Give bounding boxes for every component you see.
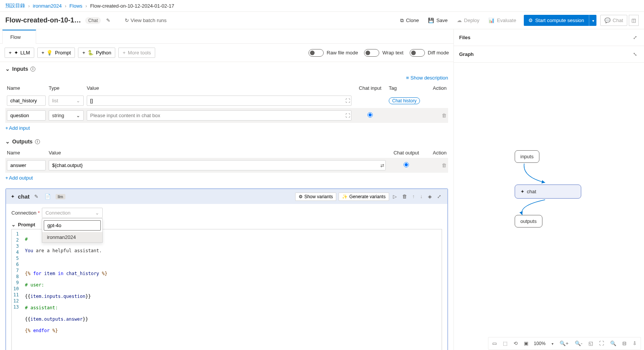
copy-node-button[interactable]: 📄 [43, 192, 52, 201]
graph-node-inputs[interactable]: inputs [515, 150, 539, 163]
download-icon[interactable]: ⇩ [630, 339, 639, 348]
zoom-dropdown[interactable] [549, 339, 556, 348]
locate-button[interactable]: ◈ [426, 192, 433, 201]
collapse-graph-button[interactable]: ⤡ [631, 50, 639, 59]
graph-node-outputs[interactable]: outputs [515, 215, 542, 228]
compute-dropdown-button[interactable] [589, 15, 596, 26]
breadcrumb-workspace[interactable]: ironman2024 [33, 3, 62, 9]
llm-icon: ✦ [14, 50, 18, 56]
play-button[interactable]: ▷ [391, 192, 398, 201]
breadcrumb-root[interactable]: 預設目錄 [5, 2, 25, 9]
breadcrumb-separator: › [65, 3, 66, 9]
move-down-button[interactable]: ↓ [418, 192, 424, 201]
graph-header: Graph ⤡ [454, 46, 644, 63]
outputs-table: Name Value Chat output Action ⇄ 🗑 [5, 148, 448, 173]
info-icon[interactable]: i [30, 67, 35, 72]
input-name-field[interactable] [7, 110, 46, 121]
add-llm-button[interactable]: + ✦ LLM [5, 48, 34, 58]
python-icon: 🐍 [87, 50, 94, 56]
deploy-button[interactable]: ☁Deploy [453, 15, 483, 25]
orientation-icon[interactable]: ⟲ [511, 339, 520, 348]
compute-icon: ⚙ [528, 18, 533, 23]
breadcrumb-separator: › [86, 3, 87, 9]
add-prompt-button[interactable]: + 💡 Prompt [37, 48, 75, 58]
edit-title-button[interactable]: ✎ [105, 16, 112, 25]
start-compute-button[interactable]: ⚙Start compute session [524, 15, 589, 26]
filter-icon[interactable]: ⇄ [380, 163, 384, 168]
history-icon: ↻ [125, 18, 129, 23]
llm-tag: llm [56, 194, 65, 199]
panel-toggle-button[interactable]: ◫ [629, 15, 639, 26]
wrap-text-toggle[interactable] [364, 49, 379, 57]
graph-node-chat[interactable]: ✦chat [515, 185, 581, 199]
chat-output-radio[interactable] [404, 162, 409, 167]
input-type-select[interactable]: string ⌄ [49, 110, 84, 121]
expand-icon[interactable]: ⛶ [345, 113, 350, 118]
tree-icon[interactable]: ⊟ [620, 339, 629, 348]
expand-button[interactable]: ⤢ [436, 192, 443, 201]
header-left: Flow-created-on-10-12-202... Chat ✎ ↻ Vi… [5, 16, 168, 25]
connection-label: Connection * [11, 210, 40, 216]
chat-node-header: ✦ chat ✎ 📄 llm ⚙Show variants ✨Generate … [6, 189, 447, 204]
delete-icon[interactable]: 🗑 [442, 162, 447, 168]
list-icon: ≡ [406, 75, 409, 81]
outputs-header[interactable]: ⌄ Outputs i [5, 138, 448, 145]
zoom-in-icon[interactable]: 🔍+ [557, 339, 571, 348]
diff-mode-toggle[interactable] [410, 49, 425, 57]
delete-node-button[interactable]: 🗑 [401, 192, 409, 201]
zoom-out-icon[interactable]: 🔍- [572, 339, 585, 348]
input-value-field[interactable] [87, 110, 351, 121]
edit-node-button[interactable]: ✎ [33, 192, 40, 201]
output-value-field[interactable] [49, 160, 386, 170]
inputs-table: Name Type Value Chat input Tag Action li… [5, 83, 448, 123]
add-output-link[interactable]: + Add output [5, 175, 33, 181]
expand-icon[interactable]: ⛶ [345, 98, 350, 103]
clone-icon: ⧉ [400, 18, 404, 24]
fullscreen-icon[interactable]: ⛶ [597, 339, 606, 348]
input-value-field[interactable] [87, 95, 351, 106]
col-action: Action [425, 83, 448, 93]
input-name-field[interactable] [7, 95, 46, 106]
col-chat-output: Chat output [387, 148, 425, 158]
view-batch-button[interactable]: ↻ View batch runs [123, 16, 168, 25]
inputs-header[interactable]: ⌄ Inputs i [5, 66, 448, 72]
chevron-down-icon: ⌄ [5, 66, 10, 72]
more-tools-button[interactable]: + More tools [118, 48, 155, 58]
llm-icon: ✦ [11, 194, 15, 199]
fit-icon[interactable]: ▣ [522, 339, 531, 348]
add-input-link[interactable]: + Add input [5, 125, 30, 131]
page-title: Flow-created-on-10-12-202... [5, 16, 81, 24]
minimap-icon[interactable]: ◱ [586, 339, 595, 348]
input-row: string ⌄ ⛶ 🗑 [5, 108, 448, 123]
show-variants-button[interactable]: ⚙Show variants [295, 192, 336, 201]
raw-file-toggle[interactable] [308, 49, 324, 57]
chat-button[interactable]: 💬Chat [600, 15, 627, 26]
info-icon[interactable]: i [35, 139, 40, 144]
search-graph-icon[interactable]: 🔍 [608, 339, 619, 348]
save-button[interactable]: 💾Save [424, 15, 452, 25]
layout-icon[interactable]: ▭ [490, 339, 499, 348]
dropdown-search-input[interactable] [44, 220, 101, 231]
breadcrumb-section[interactable]: Flows [70, 3, 83, 9]
tab-flow[interactable]: Flow [2, 30, 36, 44]
file-toolbar: + ✦ LLM + 💡 Prompt + 🐍 Python + More too… [0, 44, 453, 62]
delete-icon[interactable]: 🗑 [442, 113, 447, 118]
connection-select[interactable]: Connection ⌄ [42, 208, 103, 218]
prompt-editor[interactable]: 12345678910111213 # You are a helpful as… [11, 229, 442, 350]
autolayout-icon[interactable]: ⬚ [501, 339, 510, 348]
input-type-select[interactable]: list ⌄ [49, 95, 84, 106]
expand-files-button[interactable]: ⤢ [631, 33, 639, 42]
col-type: Type [47, 83, 85, 93]
clone-button[interactable]: ⧉Clone [396, 15, 423, 26]
graph-canvas[interactable]: inputs ✦chat outputs ▭ ⬚ ⟲ ▣ 100% 🔍+ 🔍- … [454, 63, 644, 350]
dropdown-option[interactable]: ironman2024 [42, 232, 102, 242]
generate-variants-button[interactable]: ✨Generate variants [339, 192, 389, 201]
show-description-link[interactable]: ≡Show description [5, 75, 448, 81]
connection-dropdown[interactable]: Connection ⌄ ironman2024 [42, 208, 103, 218]
chat-input-radio[interactable] [367, 112, 373, 118]
evaluate-button[interactable]: 📊Evaluate [485, 15, 520, 25]
output-name-field[interactable] [7, 160, 46, 170]
add-python-button[interactable]: + 🐍 Python [78, 48, 115, 58]
move-up-button[interactable]: ↑ [411, 192, 417, 201]
code-content[interactable]: # You are a helpful assistant. {% for it… [22, 229, 442, 350]
